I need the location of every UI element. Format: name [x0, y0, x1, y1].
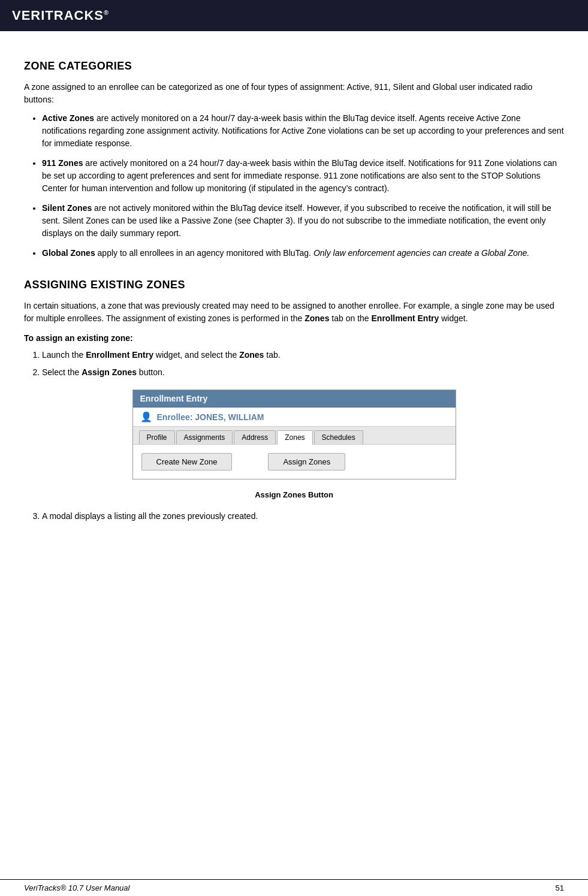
tab-address[interactable]: Address	[234, 430, 276, 444]
page-footer: VeriTracks® 10.7 User Manual 51	[0, 879, 588, 896]
section1-intro: A zone assigned to an enrollee can be ca…	[24, 81, 564, 106]
enrollment-entry-widget: Enrollment Entry 👤 Enrollee: JONES, WILL…	[132, 390, 456, 479]
list-item: Select the Assign Zones button.	[42, 366, 564, 379]
list-item: Global Zones apply to all enrollees in a…	[42, 247, 564, 260]
section1-heading: Zone Categories	[24, 60, 564, 73]
list-item: Active Zones are actively monitored on a…	[42, 112, 564, 150]
tab-zones[interactable]: Zones	[277, 430, 312, 445]
enrollee-icon: 👤	[140, 411, 152, 423]
widget-caption: Assign Zones Button	[24, 490, 564, 499]
zone-type-911-text: are actively monitored on a 24 hour/7 da…	[42, 158, 557, 193]
zone-type-global-text: apply to all enrollees in an agency moni…	[95, 248, 311, 258]
steps-list: Launch the Enrollment Entry widget, and …	[42, 349, 564, 379]
zone-type-silent-text: are not actively monitored within the Bl…	[42, 203, 551, 238]
zone-type-silent-label: Silent Zones	[42, 203, 92, 213]
zone-type-active-label: Active Zones	[42, 113, 94, 123]
list-item: Silent Zones are not actively monitored …	[42, 202, 564, 240]
section2-intro: In certain situations, a zone that was p…	[24, 300, 564, 325]
assign-zones-button[interactable]: Assign Zones	[268, 453, 345, 470]
tab-schedules[interactable]: Schedules	[314, 430, 363, 444]
enrollee-name: Enrollee: JONES, WILLIAM	[157, 412, 264, 422]
logo-text: VeriTracks	[12, 8, 104, 23]
tab-assignments[interactable]: Assignments	[176, 430, 233, 444]
step-heading: To assign an existing zone:	[24, 333, 564, 343]
zone-type-active-text: are actively monitored on a 24 hour/7 da…	[42, 113, 564, 148]
main-content: Zone Categories A zone assigned to an en…	[0, 31, 588, 554]
logo-sup: ®	[104, 9, 109, 16]
widget-title: Enrollment Entry	[140, 394, 208, 403]
widget-buttons: Create New Zone Assign Zones	[141, 453, 447, 470]
page-header: VeriTracks®	[0, 0, 588, 31]
zone-type-911-label: 911 Zones	[42, 158, 83, 168]
enrollee-bar: 👤 Enrollee: JONES, WILLIAM	[133, 408, 456, 427]
logo: VeriTracks®	[12, 8, 109, 23]
list-item: Launch the Enrollment Entry widget, and …	[42, 349, 564, 361]
footer-right: 51	[556, 883, 564, 892]
list-item: 911 Zones are actively monitored on a 24…	[42, 157, 564, 195]
zone-type-global-label: Global Zones	[42, 248, 95, 258]
tab-profile[interactable]: Profile	[139, 430, 175, 444]
widget-body: Create New Zone Assign Zones	[133, 445, 456, 479]
create-new-zone-button[interactable]: Create New Zone	[141, 453, 233, 470]
zone-type-list: Active Zones are actively monitored on a…	[42, 112, 564, 260]
widget-tabs: Profile Assignments Address Zones Schedu…	[133, 427, 456, 445]
footer-left: VeriTracks® 10.7 User Manual	[24, 883, 129, 892]
section2-heading: Assigning Existing Zones	[24, 279, 564, 291]
step3-list: A modal displays a listing all the zones…	[42, 510, 564, 523]
widget-title-bar: Enrollment Entry	[133, 390, 456, 408]
list-item: A modal displays a listing all the zones…	[42, 510, 564, 523]
zone-type-global-italic: Only law enforcement agencies can create…	[313, 248, 529, 258]
